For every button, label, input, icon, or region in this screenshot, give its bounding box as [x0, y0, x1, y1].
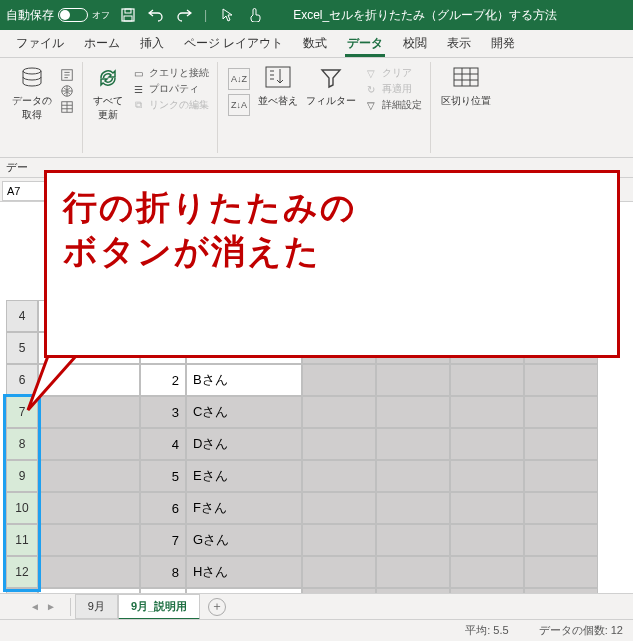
clear-filter-button[interactable]: ▽クリア — [364, 66, 422, 80]
cell[interactable]: 5 — [140, 460, 186, 492]
nav-prev-icon[interactable]: ◄ — [30, 601, 40, 612]
sheet-tab[interactable]: 9月 — [75, 594, 118, 619]
name-box-value: A7 — [7, 185, 20, 197]
cell[interactable] — [376, 428, 450, 460]
add-sheet-button[interactable]: ＋ — [208, 598, 226, 616]
cell[interactable] — [302, 460, 376, 492]
tab-file[interactable]: ファイル — [6, 30, 74, 57]
cell[interactable]: 7 — [140, 524, 186, 556]
get-data-button[interactable]: データの 取得 — [12, 64, 52, 122]
cell[interactable] — [302, 492, 376, 524]
row-header[interactable]: 10 — [6, 492, 38, 524]
cell[interactable] — [38, 556, 140, 588]
cell[interactable]: Fさん — [186, 492, 302, 524]
tab-insert[interactable]: 挿入 — [130, 30, 174, 57]
undo-icon[interactable] — [148, 7, 164, 23]
cell[interactable]: Hさん — [186, 556, 302, 588]
cell[interactable] — [524, 492, 598, 524]
cell[interactable] — [450, 460, 524, 492]
row-header[interactable]: 8 — [6, 428, 38, 460]
cell[interactable] — [376, 556, 450, 588]
cell[interactable]: 2 — [140, 364, 186, 396]
cell[interactable]: Cさん — [186, 396, 302, 428]
cell[interactable] — [302, 364, 376, 396]
text-to-columns-button[interactable]: 区切り位置 — [441, 64, 491, 108]
tab-home[interactable]: ホーム — [74, 30, 130, 57]
cell[interactable] — [524, 460, 598, 492]
row-header[interactable]: 4 — [6, 300, 38, 332]
properties-button[interactable]: ☰プロパティ — [131, 82, 209, 96]
reapply-button[interactable]: ↻再適用 — [364, 82, 422, 96]
row-header[interactable]: 11 — [6, 524, 38, 556]
row-header[interactable]: 12 — [6, 556, 38, 588]
filter-button[interactable]: フィルター — [306, 64, 356, 108]
cell[interactable] — [450, 364, 524, 396]
cell[interactable]: 4 — [140, 428, 186, 460]
svg-point-3 — [23, 68, 41, 74]
cell[interactable] — [376, 460, 450, 492]
cell[interactable] — [302, 428, 376, 460]
redo-icon[interactable] — [176, 7, 192, 23]
sheet-tab-active[interactable]: 9月_説明用 — [118, 594, 200, 620]
cell[interactable] — [524, 524, 598, 556]
tab-formula[interactable]: 数式 — [293, 30, 337, 57]
sort-button[interactable]: 並べ替え — [258, 64, 298, 108]
sort-desc-icon[interactable]: Z↓A — [228, 94, 250, 116]
cell[interactable]: Bさん — [186, 364, 302, 396]
tab-view[interactable]: 表示 — [437, 30, 481, 57]
refresh-icon — [94, 64, 122, 92]
cell[interactable]: Eさん — [186, 460, 302, 492]
tab-data[interactable]: データ — [337, 30, 393, 57]
text-to-cols-icon — [452, 64, 480, 92]
tab-layout[interactable]: ページ レイアウト — [174, 30, 293, 57]
row-header[interactable]: 9 — [6, 460, 38, 492]
cell[interactable] — [302, 524, 376, 556]
cell[interactable] — [524, 556, 598, 588]
reapply-icon: ↻ — [364, 82, 378, 96]
autosave-toggle-group[interactable]: 自動保存 オフ — [6, 7, 110, 24]
cell[interactable]: Gさん — [186, 524, 302, 556]
tab-review[interactable]: 校閲 — [393, 30, 437, 57]
queries-connections-button[interactable]: ▭クエリと接続 — [131, 66, 209, 80]
cursor-icon[interactable] — [219, 7, 235, 23]
autosave-toggle[interactable] — [58, 8, 88, 22]
nav-next-icon[interactable]: ► — [46, 601, 56, 612]
cell[interactable] — [38, 524, 140, 556]
edit-links-button[interactable]: ⧉リンクの編集 — [131, 98, 209, 112]
cell[interactable] — [524, 396, 598, 428]
quick-access-toolbar: | — [120, 7, 263, 23]
cell[interactable] — [302, 396, 376, 428]
cell[interactable] — [450, 556, 524, 588]
cell[interactable] — [450, 428, 524, 460]
from-web-icon[interactable] — [60, 84, 74, 98]
from-text-icon[interactable] — [60, 68, 74, 82]
autosave-state: オフ — [92, 9, 110, 22]
cell[interactable] — [450, 524, 524, 556]
cell[interactable]: 3 — [140, 396, 186, 428]
ribbon: データの 取得 すべて 更新 ▭クエリと接続 ☰プロパティ ⧉リンクの編集 — [0, 58, 633, 158]
cell[interactable] — [524, 428, 598, 460]
cell[interactable] — [376, 524, 450, 556]
cell[interactable] — [38, 460, 140, 492]
sort-asc-icon[interactable]: A↓Z — [228, 68, 250, 90]
cell[interactable] — [376, 364, 450, 396]
tab-dev[interactable]: 開発 — [481, 30, 525, 57]
cell[interactable] — [450, 492, 524, 524]
cell[interactable] — [38, 428, 140, 460]
links-icon: ⧉ — [131, 98, 145, 112]
cell[interactable] — [38, 492, 140, 524]
cell[interactable] — [450, 396, 524, 428]
cell[interactable] — [302, 556, 376, 588]
save-icon[interactable] — [120, 7, 136, 23]
sheet-nav[interactable]: ◄► — [30, 601, 56, 612]
cell[interactable]: 6 — [140, 492, 186, 524]
from-table-icon[interactable] — [60, 100, 74, 114]
cell[interactable]: 8 — [140, 556, 186, 588]
advanced-filter-button[interactable]: ▽詳細設定 — [364, 98, 422, 112]
cell[interactable]: Dさん — [186, 428, 302, 460]
cell[interactable] — [376, 492, 450, 524]
refresh-all-button[interactable]: すべて 更新 — [93, 64, 123, 122]
touch-icon[interactable] — [247, 7, 263, 23]
cell[interactable] — [524, 364, 598, 396]
cell[interactable] — [376, 396, 450, 428]
